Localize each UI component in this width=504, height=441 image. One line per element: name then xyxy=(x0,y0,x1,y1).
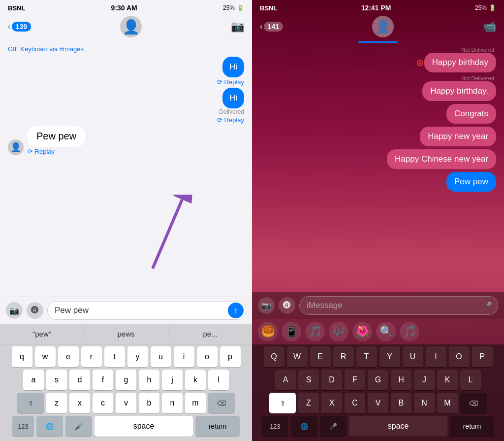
right-keyboard: Q W E R T Y U I O P A S D F G H J K L xyxy=(252,344,504,441)
app-store-button[interactable]: 🅐 xyxy=(27,302,43,319)
key-mic[interactable]: 🎤 xyxy=(65,416,92,437)
r-key-space[interactable]: space xyxy=(349,416,447,437)
r-key-D[interactable]: D xyxy=(321,370,342,390)
r-key-B[interactable]: B xyxy=(391,393,411,413)
key-numbers[interactable]: 123 xyxy=(12,416,34,437)
gif-keyboard-link[interactable]: GIF Keyboard xyxy=(8,45,48,53)
key-globe[interactable]: 🌐 xyxy=(36,416,63,437)
r-key-H[interactable]: H xyxy=(391,370,411,390)
key-b[interactable]: b xyxy=(139,393,159,413)
r-key-shift[interactable]: ⇧ xyxy=(269,393,296,413)
key-k[interactable]: k xyxy=(185,370,206,390)
right-message-input[interactable]: iMessage xyxy=(299,296,498,315)
right-camera-button[interactable]: 📷 xyxy=(258,297,275,314)
key-h[interactable]: h xyxy=(139,370,159,390)
emoji-btn-2[interactable]: 📱 xyxy=(282,322,301,341)
right-back-count-badge[interactable]: 141 xyxy=(264,22,283,32)
r-key-U[interactable]: U xyxy=(403,346,423,367)
key-q[interactable]: q xyxy=(12,346,32,367)
r-key-backspace[interactable]: ⌫ xyxy=(460,393,487,413)
key-z[interactable]: z xyxy=(46,393,67,413)
autocomplete-word-1[interactable]: "pew" xyxy=(0,328,84,340)
camera-button[interactable]: 📷 xyxy=(6,302,23,319)
right-video-call-button[interactable]: 📹 xyxy=(483,20,496,33)
send-button[interactable]: ↑ xyxy=(228,303,244,318)
right-contact-avatar[interactable]: 👤 xyxy=(372,16,394,37)
key-r[interactable]: r xyxy=(81,346,102,367)
r-key-A[interactable]: A xyxy=(275,370,296,390)
emoji-btn-5[interactable]: 🌺 xyxy=(352,322,372,341)
r-key-K[interactable]: K xyxy=(437,370,458,390)
autocomplete-word-2[interactable]: pews xyxy=(84,328,168,340)
r-key-O[interactable]: O xyxy=(449,346,470,367)
key-j[interactable]: j xyxy=(162,370,183,390)
emoji-btn-7[interactable]: 🎵 xyxy=(400,322,419,341)
key-g[interactable]: g xyxy=(116,370,136,390)
key-n[interactable]: n xyxy=(162,393,183,413)
message-input[interactable]: Pew pew ↑ xyxy=(47,301,246,320)
back-button[interactable]: ‹ 139 xyxy=(8,22,31,32)
emoji-btn-1[interactable]: 🥮 xyxy=(258,322,278,341)
autocomplete-word-3[interactable]: pe... xyxy=(168,328,252,340)
replay-link-2[interactable]: ⟳ Replay xyxy=(217,116,244,124)
key-t[interactable]: t xyxy=(104,346,125,367)
key-y[interactable]: y xyxy=(127,346,148,367)
key-x[interactable]: x xyxy=(69,393,90,413)
key-e[interactable]: e xyxy=(58,346,79,367)
r-key-return[interactable]: return xyxy=(450,416,494,437)
key-return[interactable]: return xyxy=(195,416,240,437)
key-v[interactable]: v xyxy=(116,393,136,413)
video-call-button[interactable]: 📷 xyxy=(231,20,244,33)
emoji-btn-6[interactable]: 🔍 xyxy=(376,322,396,341)
key-i[interactable]: i xyxy=(174,346,194,367)
r-key-Z[interactable]: Z xyxy=(298,393,319,413)
right-back-button[interactable]: ‹ 141 xyxy=(260,22,283,32)
key-w[interactable]: w xyxy=(35,346,56,367)
key-a[interactable]: a xyxy=(23,370,44,390)
r-key-T[interactable]: T xyxy=(356,346,377,367)
r-key-Y[interactable]: Y xyxy=(379,346,400,367)
r-key-L[interactable]: L xyxy=(460,370,481,390)
r-key-mic[interactable]: 🎤 xyxy=(320,416,346,437)
r-key-W[interactable]: W xyxy=(287,346,308,367)
key-m[interactable]: m xyxy=(185,393,206,413)
key-f[interactable]: f xyxy=(93,370,113,390)
r-key-F[interactable]: F xyxy=(345,370,365,390)
key-o[interactable]: o xyxy=(197,346,218,367)
key-backspace[interactable]: ⌫ xyxy=(208,393,235,413)
r-key-numbers[interactable]: 123 xyxy=(262,416,288,437)
r-key-G[interactable]: G xyxy=(368,370,388,390)
left-nav-bar: ‹ 139 👤 📷 xyxy=(0,14,252,41)
left-status-bar: BSNL 9:30 AM 25%🔋 xyxy=(0,0,252,14)
back-count-badge[interactable]: 139 xyxy=(12,22,31,32)
r-key-X[interactable]: X xyxy=(321,393,342,413)
r-key-C[interactable]: C xyxy=(345,393,365,413)
keyboard-row-4: 123 🌐 🎤 space return xyxy=(2,416,250,437)
r-key-P[interactable]: P xyxy=(472,346,493,367)
r-key-R[interactable]: R xyxy=(333,346,354,367)
right-mic-button[interactable]: 🎤 xyxy=(480,299,494,312)
r-key-J[interactable]: J xyxy=(414,370,435,390)
key-l[interactable]: l xyxy=(208,370,229,390)
contact-avatar[interactable]: 👤 xyxy=(120,16,142,37)
r-key-Q[interactable]: Q xyxy=(264,346,284,367)
key-space[interactable]: space xyxy=(94,416,193,437)
key-d[interactable]: d xyxy=(69,370,90,390)
key-c[interactable]: c xyxy=(93,393,113,413)
emoji-btn-3[interactable]: 🎵 xyxy=(305,322,325,341)
r-key-V[interactable]: V xyxy=(368,393,388,413)
replay-link-3[interactable]: ⟳ Replay xyxy=(28,148,85,155)
r-key-globe[interactable]: 🌐 xyxy=(291,416,317,437)
r-key-N[interactable]: N xyxy=(414,393,435,413)
key-shift[interactable]: ⇧ xyxy=(17,393,44,413)
r-key-I[interactable]: I xyxy=(426,346,446,367)
r-key-M[interactable]: M xyxy=(437,393,458,413)
key-p[interactable]: p xyxy=(220,346,241,367)
replay-link-1[interactable]: ⟳ Replay xyxy=(217,78,244,86)
r-key-E[interactable]: E xyxy=(310,346,331,367)
emoji-btn-4[interactable]: 🎶 xyxy=(329,322,348,341)
r-key-S[interactable]: S xyxy=(298,370,319,390)
right-app-store-button[interactable]: 🅐 xyxy=(279,297,295,314)
key-u[interactable]: u xyxy=(151,346,171,367)
key-s[interactable]: s xyxy=(46,370,67,390)
